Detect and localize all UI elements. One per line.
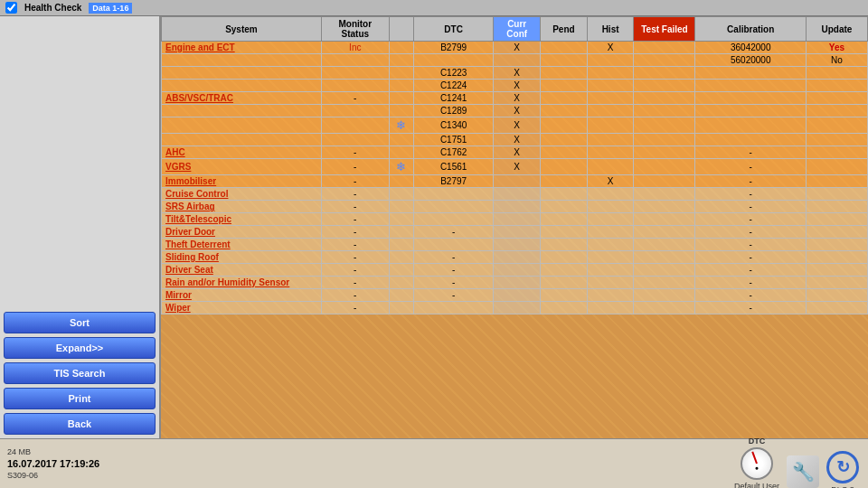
- test-failed-cell: [634, 159, 695, 175]
- icon-cell: [389, 251, 413, 264]
- refresh-icon[interactable]: ↻: [826, 451, 859, 483]
- monitor-cell: Inc: [321, 42, 389, 54]
- dtc-cell: [413, 213, 493, 226]
- col-header-update: Update: [806, 17, 867, 42]
- curr-conf-cell: X: [494, 42, 541, 54]
- system-cell[interactable]: Theft Deterrent: [162, 239, 322, 251]
- pend-cell: [541, 277, 588, 289]
- hist-cell: [587, 264, 634, 277]
- curr-conf-cell: [494, 251, 541, 264]
- curr-conf-cell: [494, 226, 541, 239]
- curr-conf-cell: X: [494, 159, 541, 175]
- tis-search-button[interactable]: TIS Search: [4, 362, 156, 384]
- sort-button[interactable]: Sort: [4, 312, 156, 333]
- version-code: S309-06: [7, 471, 99, 480]
- table-row: 56020000No: [162, 54, 868, 67]
- pend-cell: [541, 264, 588, 277]
- dtc-cell: -: [413, 226, 493, 239]
- hist-cell: [587, 226, 634, 239]
- pend-cell: [541, 54, 588, 67]
- system-cell[interactable]: Driver Seat: [162, 264, 322, 277]
- curr-conf-cell: [494, 175, 541, 188]
- update-cell: [806, 117, 867, 134]
- curr-conf-cell: X: [494, 80, 541, 92]
- expand-button[interactable]: Expand>>: [4, 337, 156, 359]
- pend-cell: [541, 188, 588, 201]
- system-cell[interactable]: Tilt&Telescopic: [162, 213, 322, 226]
- test-failed-cell: [634, 54, 695, 67]
- test-failed-cell: [634, 251, 695, 264]
- print-button[interactable]: Print: [4, 388, 156, 409]
- system-cell: [162, 80, 322, 92]
- system-cell[interactable]: VGRS: [162, 159, 322, 175]
- curr-conf-cell: [494, 188, 541, 201]
- default-user-label: Default User: [734, 482, 779, 488]
- monitor-cell: -: [321, 92, 389, 105]
- calibration-cell: [695, 105, 806, 117]
- table-row: ❄C1340X: [162, 117, 868, 134]
- calibration-cell: -: [695, 251, 806, 264]
- icon-cell: [389, 239, 413, 251]
- pend-cell: [541, 92, 588, 105]
- icon-cell: ❄: [389, 159, 413, 175]
- icon-cell: [389, 289, 413, 302]
- monitor-cell: -: [321, 146, 389, 159]
- update-cell: No: [806, 54, 867, 67]
- system-cell[interactable]: ABS/VSC/TRAC: [162, 92, 322, 105]
- refresh-icon-group: ↻ DLC 3: [826, 433, 859, 488]
- tool-icon[interactable]: 🔧: [787, 455, 819, 488]
- icon-cell: [389, 188, 413, 201]
- system-cell[interactable]: AHC: [162, 146, 322, 159]
- dtc-cell: -: [413, 251, 493, 264]
- system-cell[interactable]: Cruise Control: [162, 188, 322, 201]
- system-cell: [162, 67, 322, 80]
- system-cell[interactable]: Sliding Roof: [162, 251, 322, 264]
- system-cell[interactable]: Immobiliser: [162, 175, 322, 188]
- test-failed-cell: [634, 201, 695, 213]
- curr-conf-cell: [494, 289, 541, 302]
- system-cell: [162, 134, 322, 146]
- col-header-hist: Hist: [587, 17, 634, 42]
- system-cell[interactable]: Mirror: [162, 289, 322, 302]
- bottom-right-icons: DTC ● Default User 🔧 ↻ DLC 3: [734, 433, 859, 488]
- system-cell[interactable]: Wiper: [162, 302, 322, 314]
- checkbox[interactable]: [5, 2, 17, 14]
- hist-cell: [587, 67, 634, 80]
- app-title: Health Check: [24, 3, 81, 13]
- col-header-monitor: Monitor Status: [321, 17, 389, 42]
- test-failed-cell: [634, 188, 695, 201]
- system-cell[interactable]: Driver Door: [162, 226, 322, 239]
- curr-conf-cell: [494, 277, 541, 289]
- system-cell: [162, 117, 322, 134]
- table-row: Engine and ECTIncB2799XX36042000Yes: [162, 42, 868, 54]
- test-failed-cell: [634, 226, 695, 239]
- icon-cell: ❄: [389, 117, 413, 134]
- back-button[interactable]: Back: [4, 413, 156, 435]
- dtc-cell: C1751: [413, 134, 493, 146]
- system-cell[interactable]: SRS Airbag: [162, 201, 322, 213]
- test-failed-cell: [634, 42, 695, 54]
- update-cell: [806, 105, 867, 117]
- dtc-cell: C1241: [413, 92, 493, 105]
- calibration-cell: -: [695, 146, 806, 159]
- curr-conf-cell: [494, 201, 541, 213]
- curr-conf-cell: X: [494, 67, 541, 80]
- update-cell: Yes: [806, 42, 867, 54]
- col-header-calibration: Calibration: [695, 17, 806, 42]
- dtc-gauge: ●: [741, 447, 773, 480]
- dtc-cell: -: [413, 289, 493, 302]
- system-cell[interactable]: Engine and ECT: [162, 42, 322, 54]
- table-row: SRS Airbag--: [162, 201, 868, 213]
- icon-cell: [389, 226, 413, 239]
- monitor-cell: -: [321, 201, 389, 213]
- system-cell[interactable]: Rain and/or Humidity Sensor: [162, 277, 322, 289]
- hist-cell: [587, 302, 634, 314]
- curr-conf-cell: X: [494, 134, 541, 146]
- dtc-cell: C1223: [413, 67, 493, 80]
- icon-cell: [389, 302, 413, 314]
- pend-cell: [541, 67, 588, 80]
- monitor-cell: -: [321, 277, 389, 289]
- table-row: C1751X: [162, 134, 868, 146]
- icon-cell: [389, 134, 413, 146]
- update-cell: [806, 302, 867, 314]
